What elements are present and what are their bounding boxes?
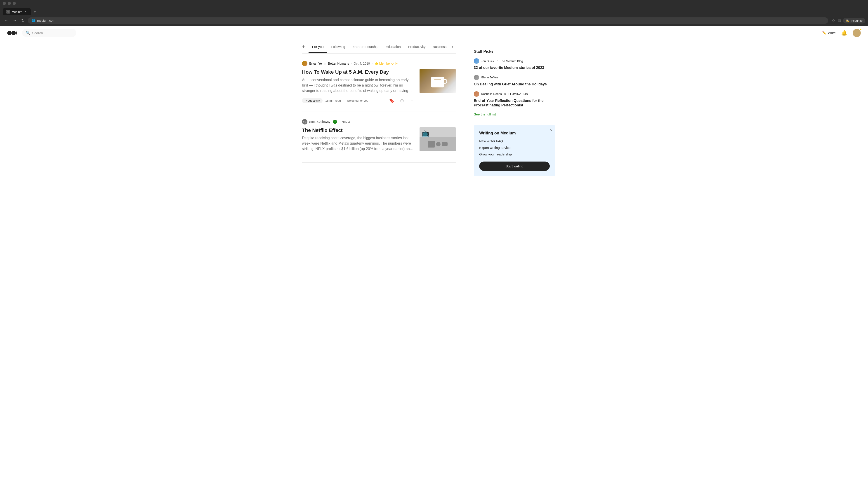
top-nav: 🔍 Search ✏️ Write 🔔 ✦ [0, 26, 868, 40]
search-icon: 🔍 [26, 31, 30, 35]
tab-favicon [6, 10, 10, 13]
grow-readership-link[interactable]: Grow your readership [479, 152, 550, 156]
svg-point-3 [12, 31, 16, 35]
publication-name[interactable]: Better Humans [328, 62, 349, 65]
meta-dot-3: · [339, 120, 340, 124]
reader-icon[interactable]: ▤ [838, 19, 841, 23]
tab-following[interactable]: Following [327, 41, 349, 53]
article-tag[interactable]: Productivity [302, 98, 322, 103]
read-time: 15 min read [325, 99, 341, 102]
selected-label: Selected for you [347, 99, 368, 102]
staff-avatar [474, 58, 479, 64]
new-writer-faq-link[interactable]: New writer FAQ [479, 139, 550, 143]
member-label: Member-only [379, 62, 398, 65]
article-excerpt: An unconventional and compassionate guid… [302, 77, 414, 94]
article-text: How To Wake Up at 5 A.M. Every Day An un… [302, 69, 414, 104]
sidebar: Staff Picks Jon Gluck in The Medium Blog… [474, 40, 555, 176]
url-display: medium.com [37, 19, 55, 22]
article-date-2: Nov 3 [342, 120, 350, 124]
staff-pick-item-3[interactable]: Rochelle Deans in ILLUMINATION End-of-Ye… [474, 91, 555, 108]
main-feed: + For you Following Entrepreneurship Edu… [302, 40, 456, 176]
more-options-btn[interactable]: ··· [408, 97, 414, 104]
minimize-window-btn[interactable] [8, 2, 11, 5]
new-tab-btn[interactable]: + [32, 9, 38, 14]
medium-logo[interactable] [7, 28, 17, 38]
author-in: in [324, 62, 326, 65]
star-icon[interactable]: ☆ [832, 19, 835, 23]
search-bar[interactable]: 🔍 Search [22, 29, 76, 37]
verified-badge: ✓ [333, 120, 337, 124]
tab-education[interactable]: Education [382, 41, 404, 53]
browser-tab[interactable]: Medium ✕ [3, 8, 31, 15]
member-badge: ⭐ Member-only [375, 62, 398, 65]
article-card-2: SG Scott Galloway ✓ · Nov 3 The Netflix … [302, 112, 456, 163]
address-bar[interactable]: 🌐 medium.com [28, 18, 828, 24]
window-controls [3, 2, 16, 5]
see-full-list-link[interactable]: See the full list [474, 112, 496, 116]
article-footer: Productivity 15 min read · Selected for … [302, 97, 414, 104]
writing-card-links: New writer FAQ Expert writing advice Gro… [479, 139, 550, 156]
article-thumbnail-2: 📺 [420, 127, 456, 151]
author-name-2[interactable]: Scott Galloway [309, 120, 330, 124]
category-tabs: + For you Following Entrepreneurship Edu… [302, 40, 456, 54]
staff-author-name: Jon Gluck [481, 59, 494, 63]
meta-dot: · [351, 62, 352, 65]
staff-author-row: Jon Gluck in The Medium Blog [474, 58, 555, 64]
staff-pick-item-2[interactable]: Glenn Jeffers On Dealing with Grief Arou… [474, 75, 555, 87]
reload-btn[interactable]: ↻ [20, 17, 26, 24]
article-body-2: The Netflix Effect Despite receiving sca… [302, 127, 456, 156]
tab-close-btn[interactable]: ✕ [24, 10, 27, 13]
start-writing-btn[interactable]: Start writing [479, 162, 550, 171]
article-thumbnail [420, 69, 456, 93]
write-icon: ✏️ [822, 31, 827, 35]
author-avatar-2: SG [302, 119, 307, 125]
back-btn[interactable]: ← [3, 18, 9, 24]
maximize-window-btn[interactable] [13, 2, 16, 5]
staff-author-row-3: Rochelle Deans in ILLUMINATION [474, 91, 555, 97]
article-title[interactable]: How To Wake Up at 5 A.M. Every Day [302, 69, 414, 75]
close-window-btn[interactable] [3, 2, 6, 5]
staff-picks-title: Staff Picks [474, 49, 555, 54]
expert-advice-link[interactable]: Expert writing advice [479, 146, 550, 150]
tab-productivity[interactable]: Productivity [404, 41, 429, 53]
avatar-btn[interactable]: ✦ [852, 29, 861, 37]
staff-avatar-2 [474, 75, 479, 80]
staff-author-name-2: Glenn Jeffers [481, 76, 498, 79]
browser-chrome: Medium ✕ + ← → ↻ 🌐 medium.com ☆ ▤ 🕵 Inco… [0, 0, 868, 26]
title-bar [0, 0, 868, 7]
footer-actions: 🔖 ⊖ ··· [388, 97, 414, 104]
article-card: Bryan Ye in Better Humans · Oct 4, 2019 … [302, 54, 456, 112]
writing-card-close-btn[interactable]: × [550, 128, 553, 133]
staff-author-row-2: Glenn Jeffers [474, 75, 555, 80]
staff-article-title-3: End-of-Year Reflection Questions for the… [474, 98, 555, 108]
svg-point-4 [16, 31, 17, 35]
article-meta: Bryan Ye in Better Humans · Oct 4, 2019 … [302, 61, 456, 66]
tab-for-you[interactable]: For you [309, 41, 327, 53]
staff-pick-item[interactable]: Jon Gluck in The Medium Blog 32 of our f… [474, 58, 555, 70]
dislike-btn[interactable]: ⊖ [399, 97, 405, 104]
staff-author-name-3: Rochelle Deans [481, 92, 502, 96]
meta-dot-2: · [372, 62, 373, 65]
article-title-2[interactable]: The Netflix Effect [302, 127, 414, 134]
nav-right: ✏️ Write 🔔 ✦ [822, 29, 861, 37]
staff-in-3: in [504, 92, 506, 96]
tab-business[interactable]: Business [429, 41, 450, 53]
content-layout: + For you Following Entrepreneurship Edu… [298, 40, 569, 176]
save-btn[interactable]: 🔖 [388, 97, 396, 104]
tab-title: Medium [12, 10, 22, 13]
writing-card: × Writing on Medium New writer FAQ Exper… [474, 125, 555, 176]
forward-btn[interactable]: → [11, 18, 18, 24]
writing-card-title: Writing on Medium [479, 131, 550, 135]
tab-bar: Medium ✕ + [0, 7, 868, 15]
tab-entrepreneurship[interactable]: Entrepreneurship [349, 41, 382, 53]
add-topic-btn[interactable]: + [302, 40, 309, 53]
address-bar-row: ← → ↻ 🌐 medium.com ☆ ▤ 🕵 Incognito [0, 15, 868, 26]
tabs-scroll-right-btn[interactable]: › [450, 41, 455, 53]
staff-pub-name-3: ILLUMINATION [508, 92, 528, 96]
incognito-icon: 🕵 [846, 19, 849, 22]
incognito-btn[interactable]: 🕵 Incognito [843, 18, 865, 24]
staff-article-title: 32 of our favorite Medium stories of 202… [474, 66, 555, 70]
notification-btn[interactable]: 🔔 [841, 30, 847, 36]
author-name[interactable]: Bryan Ye [309, 62, 322, 65]
write-btn[interactable]: ✏️ Write [822, 29, 836, 37]
